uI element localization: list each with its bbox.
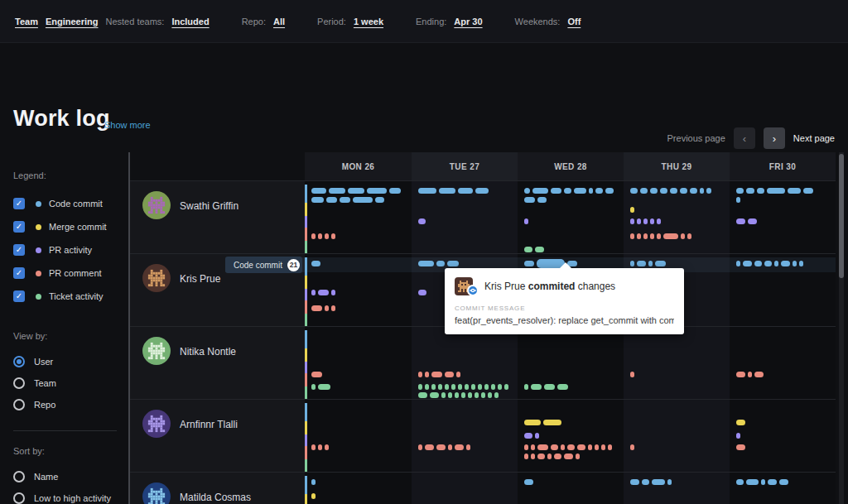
activity-pill-comment[interactable] xyxy=(630,372,634,377)
activity-pill-comment[interactable] xyxy=(311,305,322,311)
vertical-scrollbar[interactable] xyxy=(839,152,844,504)
activity-pill-code[interactable] xyxy=(630,479,639,485)
activity-pill-pr[interactable] xyxy=(736,218,745,224)
sort-by-radio-name[interactable] xyxy=(13,471,25,482)
activity-pill-ticket[interactable] xyxy=(481,392,485,398)
activity-pill-code[interactable] xyxy=(564,188,571,194)
activity-pill-ticket[interactable] xyxy=(318,384,330,390)
activity-pill-comment[interactable] xyxy=(601,444,605,450)
activity-pill-code[interactable] xyxy=(475,188,489,194)
checkbox-pr-comment[interactable]: ✓ xyxy=(13,267,25,279)
activity-pill-comment[interactable] xyxy=(445,372,454,377)
activity-pill-comment[interactable] xyxy=(325,305,329,311)
activity-pill-ticket[interactable] xyxy=(445,384,449,390)
activity-pill-code[interactable] xyxy=(690,188,697,194)
activity-pill-comment[interactable] xyxy=(331,233,335,239)
activity-pill-merge[interactable] xyxy=(311,493,316,499)
activity-pill-code[interactable] xyxy=(458,188,473,194)
activity-pill-comment[interactable] xyxy=(311,444,316,450)
activity-pill-code[interactable] xyxy=(389,188,401,194)
activity-pill-ticket[interactable] xyxy=(491,384,495,390)
activity-pill-code[interactable] xyxy=(640,188,648,194)
activity-pill-comment[interactable] xyxy=(561,444,565,450)
activity-pill-pr[interactable] xyxy=(524,433,532,439)
view-by-radio-user[interactable] xyxy=(13,356,25,367)
activity-pill-code[interactable] xyxy=(746,188,754,194)
activity-pill-comment[interactable] xyxy=(657,233,661,239)
activity-pill-code[interactable] xyxy=(655,261,666,266)
activity-pill-ticket[interactable] xyxy=(311,384,316,390)
activity-pill-code[interactable] xyxy=(743,261,752,266)
activity-pill-code[interactable] xyxy=(348,188,364,194)
activity-pill-comment[interactable] xyxy=(318,233,322,239)
view-by-radio-repo[interactable] xyxy=(13,399,25,410)
checkbox-pr-activity[interactable]: ✓ xyxy=(13,244,25,256)
activity-pill-ticket[interactable] xyxy=(418,384,422,390)
activity-pill-code[interactable] xyxy=(799,261,803,266)
activity-pill-ticket[interactable] xyxy=(431,384,436,390)
activity-pill-pr[interactable] xyxy=(736,433,740,439)
activity-pill-code[interactable] xyxy=(803,188,813,194)
activity-pill-code[interactable] xyxy=(736,188,744,194)
activity-pill-pr[interactable] xyxy=(331,290,335,295)
previous-page-button[interactable]: ‹ xyxy=(734,127,755,149)
activity-pill-code[interactable] xyxy=(706,188,711,194)
activity-pill-code[interactable] xyxy=(326,197,337,203)
activity-pill-code[interactable] xyxy=(524,479,533,485)
activity-pill-pr[interactable] xyxy=(643,218,648,224)
activity-pill-comment[interactable] xyxy=(455,444,464,450)
activity-pill-pr[interactable] xyxy=(535,433,539,439)
activity-pill-ticket[interactable] xyxy=(455,392,459,398)
activity-pill-pr[interactable] xyxy=(311,290,316,295)
activity-pill-comment[interactable] xyxy=(418,444,422,450)
activity-pill-comment[interactable] xyxy=(418,372,422,377)
activity-pill-code[interactable] xyxy=(367,188,387,194)
activity-pill-ticket[interactable] xyxy=(478,384,482,390)
activity-pill-comment[interactable] xyxy=(531,454,535,459)
activity-pill-code[interactable] xyxy=(768,479,777,485)
activity-pill-code[interactable] xyxy=(418,261,434,266)
activity-pill-code[interactable] xyxy=(311,479,316,485)
activity-pill-comment[interactable] xyxy=(425,444,434,450)
activity-pill-code[interactable] xyxy=(595,188,603,194)
activity-pill-comment[interactable] xyxy=(754,372,764,377)
filter-engineering[interactable]: Engineering xyxy=(46,17,99,26)
activity-pill-pr[interactable] xyxy=(650,218,654,224)
activity-pill-comment[interactable] xyxy=(588,444,592,450)
activity-pill-pr[interactable] xyxy=(418,218,426,224)
activity-pill-ticket[interactable] xyxy=(461,392,465,398)
activity-pill-ticket[interactable] xyxy=(524,247,532,252)
activity-pill-code[interactable] xyxy=(652,479,665,485)
sort-by-radio-low-to-high-activity[interactable] xyxy=(13,492,25,504)
activity-pill-comment[interactable] xyxy=(687,233,691,239)
activity-pill-code[interactable] xyxy=(375,197,384,203)
activity-pill-merge[interactable] xyxy=(524,420,541,425)
activity-pill-code[interactable] xyxy=(736,261,740,266)
activity-pill-comment[interactable] xyxy=(643,233,648,239)
activity-pill-code[interactable] xyxy=(761,479,765,485)
activity-pill-comment[interactable] xyxy=(577,444,585,450)
activity-pill-ticket[interactable] xyxy=(524,384,528,390)
activity-pill-pr[interactable] xyxy=(524,218,528,224)
activity-pill-comment[interactable] xyxy=(663,233,678,239)
filter-included[interactable]: Included xyxy=(171,17,209,26)
filter-off[interactable]: Off xyxy=(567,17,581,26)
activity-pill-code[interactable] xyxy=(340,197,350,203)
activity-pill-merge[interactable] xyxy=(736,420,745,425)
activity-pill-ticket[interactable] xyxy=(430,392,439,398)
activity-pill-code[interactable] xyxy=(353,197,373,203)
checkbox-ticket-activity[interactable]: ✓ xyxy=(13,290,25,302)
activity-pill-code[interactable] xyxy=(532,188,548,194)
activity-pill-comment[interactable] xyxy=(325,444,329,450)
show-more-link[interactable]: Show more xyxy=(104,120,151,130)
activity-pill-ticket[interactable] xyxy=(471,384,475,390)
activity-pill-comment[interactable] xyxy=(524,454,528,459)
activity-pill-comment[interactable] xyxy=(531,444,535,450)
activity-pill-code[interactable] xyxy=(447,261,459,266)
activity-pill-ticket[interactable] xyxy=(418,392,427,398)
activity-pill-ticket[interactable] xyxy=(535,247,544,252)
activity-pill-code[interactable] xyxy=(524,188,530,194)
activity-pill-ticket[interactable] xyxy=(557,384,568,390)
activity-pill-code[interactable] xyxy=(311,261,320,266)
activity-pill-code[interactable] xyxy=(642,479,649,485)
